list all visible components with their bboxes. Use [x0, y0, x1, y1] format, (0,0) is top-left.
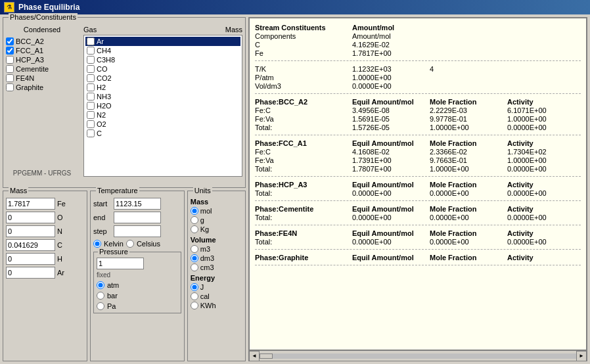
graphite-label: Graphite [16, 83, 43, 91]
phases-group: Phases/Constituents Condensed BCC_A2 FCC… [3, 17, 246, 188]
kwh-label: KWh [200, 302, 216, 309]
fe4n-checkbox[interactable] [6, 74, 14, 82]
condensed-cementite[interactable]: Cementite [6, 65, 78, 73]
gas-item-ar[interactable]: Ar [85, 37, 240, 46]
unit-kwh[interactable]: KWh [191, 302, 242, 309]
gas-item-co[interactable]: CO [85, 64, 240, 74]
bar-radio[interactable] [97, 292, 104, 300]
gas-item-c3h8[interactable]: C3H8 [85, 55, 240, 64]
scroll-right-arrow[interactable]: ► [576, 351, 587, 361]
mass-input-h[interactable] [6, 253, 55, 265]
phase-fe4n-section: Phase:FE4N Equil Amount/mol Mole Fractio… [255, 227, 581, 250]
gas-item-nh3[interactable]: NH3 [85, 92, 240, 101]
kwh-radio[interactable] [191, 302, 198, 309]
unit-cm3[interactable]: cm3 [191, 263, 242, 271]
right-panel-wrapper: Stream Constituents Amount/mol Component… [248, 17, 587, 361]
phase-fcc-mole-label: Mole Fraction [430, 139, 502, 147]
fcc-total-equil: 1.7807E+00 [352, 165, 424, 173]
condensed-graphite[interactable]: Graphite [6, 83, 78, 91]
gas-item-h2o[interactable]: H2O [85, 101, 240, 110]
atm-label: atm [107, 281, 119, 289]
mass-input-fe[interactable] [6, 198, 55, 210]
kg-radio[interactable] [191, 225, 198, 233]
fcc-fe-va-equil: 1.7391E+00 [352, 156, 424, 164]
phase-bcc-mole-label: Mole Fraction [430, 98, 502, 106]
cal-radio[interactable] [191, 292, 198, 300]
kelvin-radio[interactable] [93, 240, 101, 248]
cm3-radio[interactable] [191, 263, 198, 271]
scroll-left-arrow[interactable]: ◄ [249, 351, 260, 361]
mass-row-n: N [6, 225, 84, 237]
scroll-thumb[interactable] [260, 353, 273, 359]
unit-cal[interactable]: cal [191, 292, 242, 300]
celsius-radio[interactable] [126, 240, 134, 248]
mol-radio[interactable] [191, 207, 198, 215]
horizontal-scrollbar[interactable]: ◄ ► [249, 350, 587, 361]
j-radio[interactable] [191, 283, 198, 291]
condensed-bcc-a2[interactable]: BCC_A2 [6, 37, 78, 45]
gas-item-o2[interactable]: O2 [85, 120, 240, 129]
fcc-fe-va: Fe:Va [255, 156, 347, 164]
unit-kg[interactable]: Kg [191, 225, 242, 233]
phase-fcc-activity-label: Activity [507, 139, 573, 147]
mass-input-ar[interactable] [6, 267, 55, 279]
mass-input-n[interactable] [6, 225, 55, 237]
hcp-a3-checkbox[interactable] [6, 56, 14, 64]
voldm3-label: Vol/dm3 [255, 82, 347, 90]
condensed-col: Condensed BCC_A2 FCC_A1 HCP_A3 [6, 26, 78, 177]
pressure-atm-row: atm [97, 281, 178, 289]
mass-input-o[interactable] [6, 212, 55, 223]
phase-fcc-header: Phase:FCC_A1 Equil Amount/mol Mole Fract… [255, 139, 581, 147]
fcc-fe-c-row: Fe:C 4.1608E-02 2.3366E-02 1.7304E+02 [255, 148, 581, 156]
bcc-a2-checkbox[interactable] [6, 37, 14, 45]
bcc-total-row: Total: 1.5726E-05 1.0000E+00 0.0000E+00 [255, 124, 581, 131]
phase-cementite-header: Phase:Cementite Equil Amount/mol Mole Fr… [255, 205, 581, 213]
graphite-checkbox[interactable] [6, 83, 14, 91]
condensed-fcc-a1[interactable]: FCC_A1 [6, 47, 78, 55]
component-fe-amount: 1.7817E+00 [352, 49, 424, 57]
gas-item-n2[interactable]: N2 [85, 110, 240, 120]
phase-fcc-equil-label: Equil Amount/mol [352, 139, 424, 147]
phase-graphite-mole-label: Mole Fraction [430, 254, 502, 262]
unit-g[interactable]: g [191, 216, 242, 224]
pa-radio[interactable] [97, 302, 104, 310]
bcc-total-activity: 0.0000E+00 [507, 124, 573, 131]
stream-components-row: Components Amount/mol [255, 32, 581, 40]
mass-input-c[interactable] [6, 239, 55, 251]
bcc-total-mole: 1.0000E+00 [430, 124, 502, 131]
cementite-checkbox[interactable] [6, 65, 14, 73]
bar-label: bar [107, 292, 118, 300]
unit-dm3[interactable]: dm3 [191, 254, 242, 262]
unit-m3[interactable]: m3 [191, 245, 242, 253]
gas-item-h2[interactable]: H2 [85, 83, 240, 92]
unit-mol[interactable]: mol [191, 207, 242, 215]
fcc-a1-checkbox[interactable] [6, 47, 14, 55]
gas-item-co2[interactable]: CO2 [85, 74, 240, 83]
dm3-radio[interactable] [191, 254, 198, 262]
phase-hcp-header: Phase:HCP_A3 Equil Amount/mol Mole Fract… [255, 181, 581, 189]
bcc-fe-c-equil: 3.4956E-08 [352, 106, 424, 114]
fe4n-total-activity: 0.0000E+00 [507, 238, 573, 246]
pressure-input[interactable] [97, 258, 144, 269]
m3-radio[interactable] [191, 245, 198, 253]
condensed-fe4n[interactable]: FE4N [6, 74, 78, 82]
gas-list[interactable]: Ar CH4 C3H8 CO CO2 [83, 35, 242, 177]
temp-end-input[interactable] [114, 212, 161, 223]
fcc-fe-c-activity: 1.7304E+02 [507, 148, 573, 156]
gas-item-ch4[interactable]: CH4 [85, 46, 240, 55]
fcc-fe-va-activity: 1.0000E+00 [507, 156, 573, 164]
hcp-a3-label: HCP_A3 [16, 56, 44, 64]
g-radio[interactable] [191, 216, 198, 224]
phase-graphite-header: Phase:Graphite Equil Amount/mol Mole Fra… [255, 254, 581, 262]
atm-radio[interactable] [97, 281, 104, 289]
temp-start-input[interactable] [114, 198, 161, 210]
bcc-fe-va-activity: 1.0000E+00 [507, 115, 573, 123]
component-fe-name: Fe [255, 49, 347, 57]
phase-graphite-name: Phase:Graphite [255, 254, 347, 262]
scroll-track[interactable] [260, 353, 576, 359]
gas-item-c[interactable]: C [85, 129, 240, 138]
condensed-hcp-a3[interactable]: HCP_A3 [6, 56, 78, 64]
temp-step-input[interactable] [114, 225, 161, 237]
phase-fe4n-activity-label: Activity [507, 229, 573, 237]
unit-j[interactable]: J [191, 283, 242, 291]
